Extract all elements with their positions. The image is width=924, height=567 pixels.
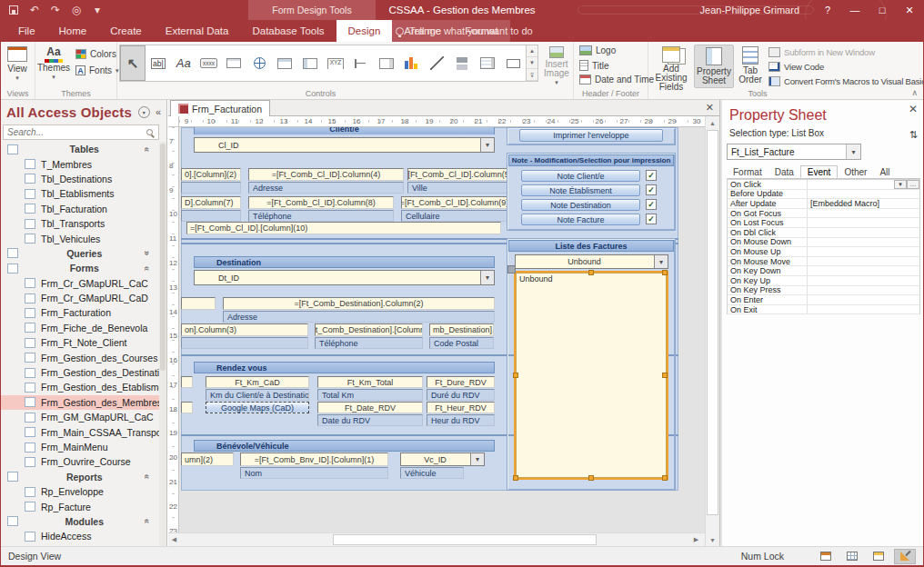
title-button[interactable]: Title <box>579 60 609 71</box>
rectangle-icon[interactable] <box>500 45 526 81</box>
benevole-section-header[interactable]: Bénévole/Véhicule <box>194 440 495 452</box>
nav-scrollbar[interactable] <box>159 142 166 546</box>
subform-icon[interactable] <box>449 45 475 81</box>
nav-row[interactable]: Frm_Facturation <box>1 305 159 320</box>
search-icon[interactable] <box>146 129 153 135</box>
nav-row[interactable]: Frm_Main_CSSAA_Transport <box>1 424 159 439</box>
On Enter[interactable]: On Enter ▾… <box>728 295 919 305</box>
hyperlink-icon[interactable] <box>246 45 272 81</box>
nav-row[interactable]: Rp_Facture <box>1 499 159 513</box>
nav-row[interactable]: Tbl_Vehicules <box>1 231 159 245</box>
insert-image-button[interactable]: Insert Image▾ <box>541 45 572 86</box>
ribbon-tab[interactable]: File <box>6 20 47 42</box>
vc-id-combo[interactable]: Vc_ID <box>400 453 485 466</box>
view-button[interactable]: View▾ <box>3 45 32 82</box>
collapse-ribbon-icon[interactable]: ∧ <box>911 88 918 97</box>
logo-button[interactable]: Logo <box>579 45 616 55</box>
adresse-client-field[interactable]: =[Ft_Comb_Cl_ID].Column(4) <box>248 168 404 181</box>
qat-customize-icon[interactable]: ▾ <box>92 3 103 17</box>
design-view-button[interactable] <box>894 549 916 564</box>
button-icon[interactable]: xxxx <box>196 45 222 81</box>
date-time-button[interactable]: Date and Time <box>579 75 654 85</box>
note-section-header[interactable]: Note - Modification/Selection pour impre… <box>508 154 674 166</box>
form-design-surface[interactable]: Client/e Cl_ID 0].[Column](2) =[Ft_Comb_… <box>179 127 705 532</box>
nav-row[interactable]: Frm_MainMenu <box>1 440 159 454</box>
note-destination-checkbox[interactable]: ✓ <box>646 199 657 210</box>
scroll-down-icon[interactable]: ▼ <box>706 533 719 546</box>
client-col7-label[interactable] <box>181 210 241 222</box>
property-tab[interactable]: Data <box>768 165 800 178</box>
nav-row[interactable]: Queries » <box>1 246 159 261</box>
On Key Press[interactable]: On Key Press ▾… <box>728 286 919 296</box>
undo-icon[interactable]: ↶ <box>29 3 40 17</box>
code-postal-field[interactable]: mb_Destination].Co <box>429 323 494 336</box>
On Key Down[interactable]: On Key Down ▾… <box>728 266 919 276</box>
On Click[interactable]: On Click ▾… <box>728 180 919 190</box>
ribbon-tab[interactable]: Database Tools <box>240 20 336 42</box>
destination-cut-field[interactable] <box>181 297 216 310</box>
line-icon[interactable] <box>425 45 450 81</box>
scroll-left-icon[interactable]: ◀ <box>168 533 180 546</box>
imprimer-enveloppe-button[interactable]: Imprimer l'enveloppe <box>519 129 663 142</box>
nom-label[interactable]: Nom <box>240 467 388 479</box>
property-builder-icon[interactable]: … <box>907 180 919 189</box>
touch-mode-icon[interactable]: ◎ <box>71 3 82 17</box>
client-col2-label[interactable] <box>181 182 241 194</box>
property-tab[interactable]: Format <box>727 165 768 178</box>
nav-row[interactable]: Tbl_Destinations <box>1 172 159 186</box>
help-button[interactable]: ? <box>814 0 841 20</box>
add-existing-fields-button[interactable]: Add Existing Fields <box>650 45 692 94</box>
nav-row[interactable]: Tbl_Etablisments <box>1 186 159 201</box>
nav-row[interactable]: Tbl_Transports <box>1 216 159 231</box>
save-icon[interactable] <box>8 3 19 17</box>
selection-handle[interactable] <box>588 475 594 481</box>
selection-handle[interactable] <box>513 475 518 481</box>
nav-row[interactable]: Frm_Fiche_de_Benevola <box>1 321 159 335</box>
note-facture-button[interactable]: Note Facture <box>521 214 640 225</box>
On Lost Focus[interactable]: On Lost Focus ▾… <box>728 218 919 228</box>
tab-control-icon[interactable] <box>222 45 247 81</box>
nav-row[interactable]: Frm_Gestion_des_Membres <box>1 395 159 410</box>
property-tab[interactable]: All <box>873 165 896 178</box>
text-box-icon[interactable]: ab| <box>146 45 171 81</box>
search-input[interactable] <box>4 127 146 137</box>
nav-row[interactable]: Reports « <box>1 470 159 484</box>
section-collapse-icon[interactable]: « <box>143 266 153 272</box>
nav-row[interactable]: Tables « <box>1 142 159 156</box>
km-total-label[interactable]: Total Km <box>317 389 423 401</box>
nav-search-box[interactable] <box>3 124 159 140</box>
ft-list-facture-listbox[interactable]: Unbound <box>516 273 667 478</box>
client-col10-field[interactable]: =[Ft_Comb_Cl_ID].[Column](10) <box>186 222 501 234</box>
close-button[interactable]: ✕ <box>896 0 923 20</box>
note-destination-button[interactable]: Note Destination <box>521 199 640 211</box>
vscroll-thumb[interactable] <box>707 130 718 515</box>
rdv-stub-field[interactable] <box>181 376 193 388</box>
vehicule-label[interactable]: Véhicule <box>400 467 464 479</box>
sort-icon[interactable]: ⇅ <box>909 129 918 141</box>
date-rdv-field[interactable]: Ft_Date_RDV <box>317 402 423 413</box>
cellulaire-field[interactable]: =[Ft_Comb_Cl_ID].Column(9) <box>401 196 507 209</box>
On Mouse Up[interactable]: On Mouse Up ▾… <box>728 247 919 257</box>
nav-row[interactable]: Frm_Ft_Note_Client <box>1 335 159 350</box>
On Exit[interactable]: On Exit ▾… <box>728 305 919 315</box>
selection-handle[interactable] <box>662 475 668 481</box>
code-postal-label[interactable]: Code Postal <box>429 337 494 349</box>
selection-handle[interactable] <box>588 270 594 275</box>
property-dropdown-icon[interactable]: ▾ <box>894 180 907 189</box>
nav-row[interactable]: Forms « <box>1 261 159 275</box>
note-etablisment-button[interactable]: Note Établisment <box>521 184 640 196</box>
combo-box-icon[interactable] <box>374 45 399 81</box>
canvas-vertical-scrollbar[interactable]: ▲ ▼ <box>705 116 719 546</box>
property-tab[interactable]: Other <box>838 165 873 178</box>
note-client-button[interactable]: Note Client/e <box>521 170 640 182</box>
ribbon-tab[interactable]: External Data <box>154 20 241 42</box>
section-collapse-icon[interactable]: « <box>143 474 153 480</box>
On Key Up[interactable]: On Key Up ▾… <box>728 276 919 286</box>
adresse-client-label[interactable]: Adresse <box>248 182 404 194</box>
hscroll-thumb[interactable] <box>333 534 597 545</box>
nav-row[interactable]: Rp_Enveloppe <box>1 484 159 499</box>
nav-row[interactable]: Frm_Ouvrire_Course <box>1 454 159 469</box>
page-break-icon[interactable] <box>348 45 374 81</box>
fonts-button[interactable]: A Fonts▾ <box>75 65 119 75</box>
On Got Focus[interactable]: On Got Focus ▾… <box>728 209 919 219</box>
